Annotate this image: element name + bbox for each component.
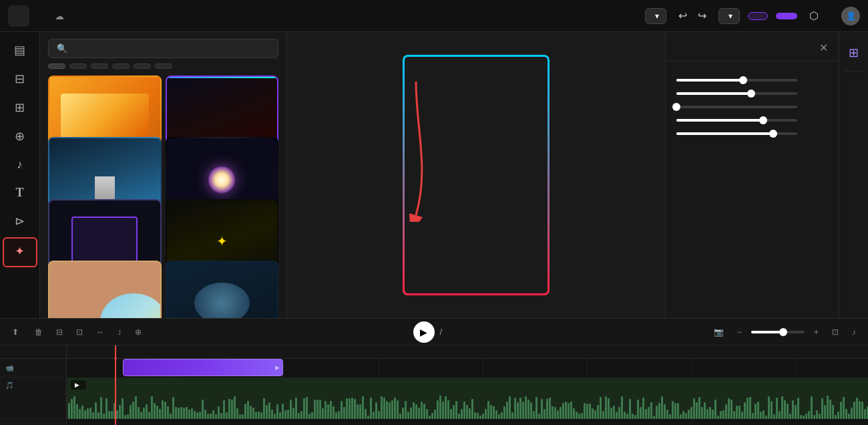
filter-tab-flicker[interactable] bbox=[155, 63, 172, 69]
control-alpha-end bbox=[676, 132, 828, 135]
timeline-area: ⬆ 🗑 ⊟ ⊡ ↔ ↕ ⊕ ▶ / 📷 − bbox=[0, 318, 868, 425]
zoom-in-btn[interactable]: + bbox=[810, 325, 823, 339]
timeline-content: 📹 🎵 bbox=[0, 345, 868, 425]
zoom-in-icon: ⊕ bbox=[135, 327, 142, 337]
play-button[interactable]: ▶ bbox=[413, 321, 435, 343]
flip-h-button[interactable]: ↔ bbox=[92, 325, 108, 339]
sidebar-item-elements[interactable]: ⊕ bbox=[3, 124, 37, 151]
zoom-out-btn[interactable]: − bbox=[733, 325, 746, 339]
timeline-toolbar: ⬆ 🗑 ⊟ ⊡ ↔ ↕ ⊕ ▶ / 📷 − bbox=[0, 319, 868, 345]
filter-tab-scanline[interactable] bbox=[112, 63, 130, 69]
slider-fill-zoom-start bbox=[676, 92, 751, 95]
more-icon[interactable] bbox=[828, 13, 836, 19]
delete-button[interactable]: 🗑 bbox=[31, 325, 47, 339]
export-button[interactable] bbox=[776, 13, 797, 19]
title-icon: T bbox=[15, 186, 23, 200]
sidebar-item-audio[interactable]: ♪ bbox=[3, 152, 37, 179]
flip-v-button[interactable]: ↕ bbox=[114, 325, 126, 339]
side-tab-basic[interactable]: ⊞ bbox=[845, 37, 863, 72]
search-input[interactable] bbox=[73, 43, 270, 53]
sidebar-item-media[interactable]: ▤ bbox=[3, 37, 37, 65]
control-radius bbox=[676, 79, 828, 82]
left-sidebar: ▤ ⊟ ⊞ ⊕ ♪ T ⊳ ✦ bbox=[0, 32, 40, 318]
cloud-icon: ☁ bbox=[55, 11, 64, 21]
undo-button[interactable]: ↩ bbox=[674, 7, 691, 25]
slider-row-alpha-end[interactable] bbox=[676, 132, 828, 135]
slider-track-alpha-end[interactable] bbox=[676, 132, 797, 135]
sidebar-item-template[interactable]: ⊞ bbox=[3, 95, 37, 122]
close-panel-button[interactable]: ✕ bbox=[819, 41, 828, 54]
right-panel-container: ✕ bbox=[665, 32, 868, 318]
slider-track-zoom-end[interactable] bbox=[676, 106, 797, 108]
tracks-area: ▼ ▶ ▶ bbox=[67, 345, 868, 425]
fit-button[interactable]: ⊡ bbox=[828, 325, 843, 339]
avatar[interactable]: 👤 bbox=[841, 7, 860, 25]
effect-clip[interactable]: ▶ bbox=[123, 359, 283, 376]
slider-thumb-alpha-end[interactable] bbox=[769, 130, 777, 138]
zoom-button[interactable]: ▾ bbox=[718, 8, 740, 24]
zoom-slider[interactable] bbox=[751, 331, 805, 333]
redo-button[interactable]: ↪ bbox=[694, 7, 710, 25]
media-label: ▶ bbox=[71, 380, 86, 390]
search-box[interactable]: 🔍 bbox=[48, 39, 278, 58]
subtitles-icon: ⊟ bbox=[15, 72, 25, 86]
media-icon: ▤ bbox=[14, 43, 25, 57]
export-icon: ⬆ bbox=[12, 327, 19, 337]
camera-button[interactable]: 📷 bbox=[710, 325, 728, 339]
slider-row-alpha-start[interactable] bbox=[676, 119, 828, 122]
flip-h-icon: ↔ bbox=[96, 327, 104, 337]
crop-icon: ⊡ bbox=[76, 327, 83, 337]
filter-tab-hot[interactable] bbox=[48, 63, 65, 69]
template-icon: ⊞ bbox=[15, 100, 25, 115]
sidebar-item-effect[interactable]: ✦ bbox=[3, 237, 37, 267]
sidebar-item-transition[interactable]: ⊳ bbox=[3, 208, 37, 236]
upgrade-button[interactable] bbox=[748, 12, 768, 20]
timeline-ruler bbox=[67, 345, 868, 359]
audio-button[interactable]: ♪ bbox=[848, 325, 860, 339]
filter-tab-glitch[interactable] bbox=[91, 63, 108, 69]
search-area: 🔍 bbox=[40, 32, 286, 63]
main-area: ▤ ⊟ ⊞ ⊕ ♪ T ⊳ ✦ bbox=[0, 32, 868, 318]
effect-icon: ✦ bbox=[15, 244, 25, 259]
slider-row-radius[interactable] bbox=[676, 79, 828, 82]
export-clip-button[interactable]: ⬆ bbox=[8, 325, 25, 339]
slider-thumb-radius[interactable] bbox=[739, 76, 747, 84]
effect-thumbnail-8[interactable] bbox=[166, 261, 279, 318]
time-display: / bbox=[440, 327, 442, 337]
waveform bbox=[67, 392, 868, 419]
track-labels: 📹 🎵 bbox=[0, 345, 67, 425]
aspect-ratio-button[interactable]: ▾ bbox=[645, 8, 666, 24]
slider-track-radius[interactable] bbox=[676, 79, 797, 82]
effect-thumbnail-7[interactable] bbox=[48, 261, 162, 318]
elements-icon: ⊕ bbox=[15, 129, 25, 144]
track-label-audio: 🎵 bbox=[0, 378, 66, 419]
arrow-overlay bbox=[389, 75, 443, 222]
media-clip[interactable]: ▶ bbox=[67, 378, 868, 419]
ruler-spacer bbox=[0, 345, 66, 359]
zoom-slider-thumb[interactable] bbox=[779, 328, 787, 336]
topbar: ☁ ▾ ↩ ↪ ▾ ⬡ 👤 bbox=[0, 0, 868, 32]
video-preview-area: B bbox=[287, 32, 665, 318]
split-button[interactable]: ⊟ bbox=[52, 325, 67, 339]
slider-row-zoom-start[interactable] bbox=[676, 92, 828, 95]
slider-thumb-zoom-end[interactable] bbox=[672, 103, 680, 111]
share-icon[interactable]: ⬡ bbox=[805, 7, 823, 25]
filter-tab-light[interactable] bbox=[69, 63, 87, 69]
effects-grid: ✦ bbox=[40, 76, 286, 318]
split-icon: ⊟ bbox=[56, 327, 63, 337]
slider-track-zoom-start[interactable] bbox=[676, 92, 797, 95]
slider-thumb-zoom-start[interactable] bbox=[747, 90, 755, 98]
effects-panel: 🔍 bbox=[40, 32, 287, 318]
project-name[interactable]: ☁ bbox=[51, 11, 64, 21]
audio-icon: ♪ bbox=[17, 158, 23, 172]
sidebar-item-title[interactable]: T bbox=[3, 180, 37, 207]
slider-thumb-alpha-start[interactable] bbox=[759, 116, 767, 124]
crop-button[interactable]: ⊡ bbox=[72, 325, 87, 339]
filter-tab-shake[interactable] bbox=[134, 63, 151, 69]
sidebar-item-subtitles[interactable]: ⊟ bbox=[3, 66, 37, 94]
undo-redo-group: ↩ ↪ bbox=[674, 7, 710, 25]
zoom-in-button[interactable]: ⊕ bbox=[131, 325, 146, 339]
slider-track-alpha-start[interactable] bbox=[676, 119, 797, 122]
slider-row-zoom-end[interactable] bbox=[676, 106, 828, 108]
playhead[interactable]: ▼ bbox=[115, 345, 116, 425]
